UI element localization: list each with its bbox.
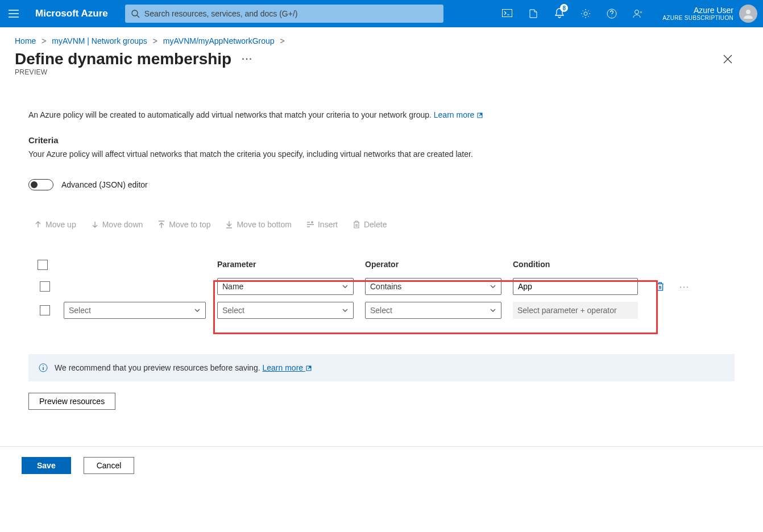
intro-text: An Azure policy will be created to autom… bbox=[28, 110, 735, 119]
cloud-shell-icon[interactable] bbox=[494, 0, 520, 27]
close-icon[interactable] bbox=[719, 50, 737, 68]
arrow-down-icon bbox=[91, 221, 99, 228]
move-bottom-button[interactable]: Move to bottom bbox=[225, 220, 292, 229]
chevron-down-icon bbox=[194, 307, 201, 314]
learn-more-link[interactable]: Learn more bbox=[434, 110, 483, 119]
arrow-top-icon bbox=[157, 221, 165, 228]
criteria-sub: Your Azure policy will affect virtual ne… bbox=[28, 149, 735, 159]
svg-point-5 bbox=[746, 10, 750, 14]
brand-label: Microsoft Azure bbox=[27, 8, 125, 19]
search-icon bbox=[131, 9, 140, 18]
svg-point-2 bbox=[584, 12, 587, 15]
condition-input[interactable] bbox=[513, 278, 638, 295]
col-operator: Operator bbox=[363, 255, 511, 275]
search-input[interactable] bbox=[144, 9, 438, 18]
preview-resources-button[interactable]: Preview resources bbox=[28, 393, 115, 410]
crumb-network-groups[interactable]: myAVNM | Network groups bbox=[52, 36, 147, 45]
svg-point-0 bbox=[132, 10, 138, 16]
user-subscription: AZURE SUBSCRIPTIUON bbox=[662, 15, 733, 22]
chevron-down-icon bbox=[342, 307, 349, 314]
move-down-button[interactable]: Move down bbox=[91, 220, 143, 229]
json-editor-toggle[interactable] bbox=[28, 179, 53, 190]
user-name: Azure User bbox=[662, 6, 733, 15]
hamburger-menu[interactable] bbox=[0, 0, 27, 27]
info-banner: We recommend that you preview resources … bbox=[28, 354, 735, 381]
save-button[interactable]: Save bbox=[22, 457, 71, 474]
title-more-icon[interactable]: ··· bbox=[242, 54, 252, 64]
json-editor-label: Advanced (JSON) editor bbox=[61, 180, 148, 189]
avatar[interactable] bbox=[739, 5, 757, 23]
feedback-icon[interactable] bbox=[625, 0, 651, 27]
condition-disabled: Select parameter + operator bbox=[513, 302, 638, 319]
row-checkbox[interactable] bbox=[40, 305, 50, 315]
row-checkbox[interactable] bbox=[40, 281, 50, 292]
criteria-heading: Criteria bbox=[28, 135, 735, 145]
parameter-dropdown[interactable]: Name bbox=[217, 278, 354, 295]
insert-button[interactable]: Insert bbox=[306, 220, 338, 229]
row-delete-icon[interactable] bbox=[647, 279, 673, 294]
arrow-up-icon bbox=[34, 221, 42, 228]
arrow-bottom-icon bbox=[225, 221, 233, 228]
info-learn-more-link[interactable]: Learn more bbox=[262, 363, 312, 372]
move-up-button[interactable]: Move up bbox=[34, 220, 76, 229]
operator-dropdown[interactable]: Select bbox=[365, 302, 501, 319]
select-all-checkbox[interactable] bbox=[38, 260, 48, 270]
delete-button[interactable]: Delete bbox=[353, 220, 387, 229]
operator-dropdown[interactable]: Contains bbox=[365, 278, 501, 295]
chevron-down-icon bbox=[342, 283, 349, 290]
svg-point-4 bbox=[635, 10, 639, 14]
help-icon[interactable] bbox=[599, 0, 625, 27]
info-icon bbox=[39, 363, 48, 372]
parameter-dropdown[interactable]: Select bbox=[217, 302, 354, 319]
chevron-down-icon bbox=[490, 307, 496, 314]
row-more-icon[interactable]: ··· bbox=[673, 279, 696, 294]
andor-dropdown[interactable]: Select bbox=[64, 302, 206, 319]
preview-tag: PREVIEW bbox=[0, 68, 763, 76]
svg-rect-1 bbox=[503, 10, 512, 17]
col-condition: Condition bbox=[511, 255, 647, 275]
global-search[interactable] bbox=[125, 5, 443, 23]
directories-icon[interactable] bbox=[520, 0, 546, 27]
chevron-down-icon bbox=[490, 283, 496, 290]
crumb-home[interactable]: Home bbox=[15, 36, 36, 45]
trash-icon bbox=[353, 221, 360, 228]
notifications-icon[interactable]: 8 bbox=[546, 0, 573, 27]
settings-icon[interactable] bbox=[573, 0, 599, 27]
breadcrumb: Home > myAVNM | Network groups > myAVNM/… bbox=[0, 27, 763, 49]
user-block[interactable]: Azure User AZURE SUBSCRIPTIUON bbox=[651, 6, 739, 22]
move-top-button[interactable]: Move to top bbox=[157, 220, 210, 229]
insert-icon bbox=[306, 221, 314, 228]
page-title: Define dynamic membership bbox=[15, 50, 231, 68]
notification-badge: 8 bbox=[560, 4, 568, 12]
crumb-group[interactable]: myAVNM/myAppNetworkGroup bbox=[163, 36, 275, 45]
col-parameter: Parameter bbox=[215, 255, 363, 275]
cancel-button[interactable]: Cancel bbox=[84, 457, 135, 474]
